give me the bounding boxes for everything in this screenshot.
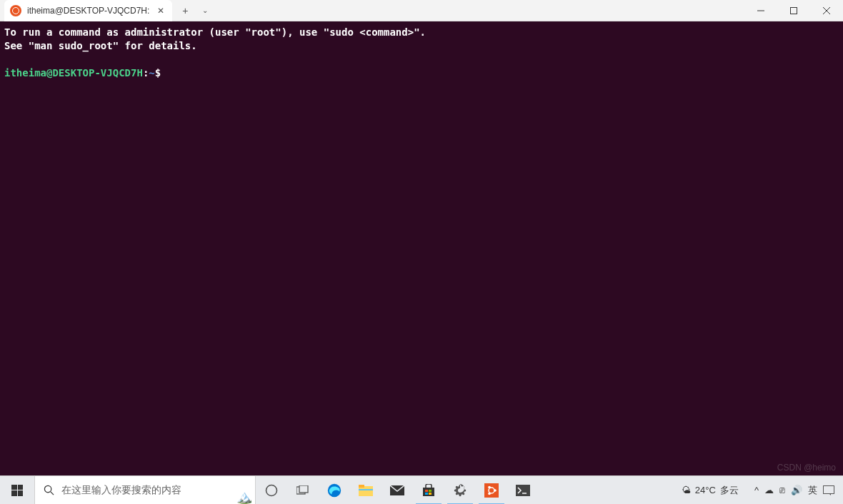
svg-rect-26 xyxy=(824,485,834,493)
ubuntu-app-icon[interactable] xyxy=(476,476,507,505)
system-tray: 🌤 24°C 多云 ^ ☁ ⎚ 🔊 英 xyxy=(674,476,843,505)
tab-terminal[interactable]: itheima@DESKTOP-VJQCD7H: ✕ xyxy=(4,0,172,21)
minimize-button[interactable] xyxy=(744,0,777,21)
svg-point-22 xyxy=(488,485,491,488)
prompt-path: ~ xyxy=(149,67,154,79)
svg-point-23 xyxy=(488,492,491,495)
svg-point-4 xyxy=(44,485,51,492)
ubuntu-icon xyxy=(10,5,21,16)
task-view-icon[interactable] xyxy=(287,476,319,505)
speaker-icon[interactable]: 🔊 xyxy=(791,485,802,495)
maximize-button[interactable] xyxy=(777,0,810,21)
window-controls xyxy=(744,0,843,21)
svg-rect-16 xyxy=(429,490,432,492)
svg-rect-24 xyxy=(516,485,530,496)
svg-rect-8 xyxy=(299,485,308,493)
ime-icon[interactable]: 英 xyxy=(808,484,817,497)
svg-rect-1 xyxy=(791,7,797,14)
store-icon[interactable] xyxy=(413,476,444,505)
svg-rect-10 xyxy=(359,486,373,496)
cortana-icon[interactable] xyxy=(256,476,287,505)
mail-icon[interactable] xyxy=(381,476,413,505)
prompt-dollar: $ xyxy=(155,67,161,79)
terminal-line: See "man sudo_root" for details. xyxy=(4,40,197,51)
close-window-button[interactable] xyxy=(810,0,843,21)
terminal-output[interactable]: To run a command as administrator (user … xyxy=(0,21,843,475)
tray-chevron-icon[interactable]: ^ xyxy=(754,485,759,495)
tab-title: itheima@DESKTOP-VJQCD7H: xyxy=(27,6,149,16)
svg-point-21 xyxy=(494,489,497,492)
taskbar-apps xyxy=(256,476,539,505)
display-icon[interactable]: ⎚ xyxy=(779,485,785,495)
svg-rect-18 xyxy=(429,493,432,495)
onedrive-icon[interactable]: ☁ xyxy=(764,485,774,495)
svg-rect-11 xyxy=(359,485,364,488)
settings-icon[interactable] xyxy=(444,476,476,505)
notifications-icon[interactable] xyxy=(823,485,834,495)
terminal-app-icon[interactable] xyxy=(507,476,539,505)
taskbar-search[interactable]: 在这里输入你要搜索的内容 🏔️ xyxy=(34,476,256,505)
weather-widget[interactable]: 🌤 24°C 多云 xyxy=(674,484,746,497)
new-tab-button[interactable]: + xyxy=(175,1,195,21)
explorer-icon[interactable] xyxy=(350,476,381,505)
weather-condition: 多云 xyxy=(720,484,739,497)
search-decoration-icon: 🏔️ xyxy=(236,489,252,505)
weather-icon: 🌤 xyxy=(682,485,691,495)
watermark: CSDN @heimo xyxy=(777,463,836,473)
tab-dropdown-button[interactable]: ⌄ xyxy=(195,1,215,21)
svg-line-5 xyxy=(51,492,54,495)
svg-rect-12 xyxy=(359,489,373,490)
close-tab-button[interactable]: ✕ xyxy=(155,5,166,16)
taskbar: 在这里输入你要搜索的内容 🏔️ 🌤 xyxy=(0,475,843,504)
search-placeholder: 在这里输入你要搜索的内容 xyxy=(61,484,181,497)
prompt-user: itheima@DESKTOP-VJQCD7H xyxy=(4,67,143,79)
windows-logo-icon xyxy=(11,485,23,496)
weather-temperature: 24°C xyxy=(695,485,716,495)
svg-rect-17 xyxy=(425,493,428,495)
svg-rect-19 xyxy=(484,483,499,498)
titlebar: itheima@DESKTOP-VJQCD7H: ✕ + ⌄ xyxy=(0,0,843,21)
terminal-line: To run a command as administrator (user … xyxy=(4,26,426,38)
svg-point-6 xyxy=(266,485,277,495)
edge-icon[interactable] xyxy=(319,476,350,505)
start-button[interactable] xyxy=(0,476,34,505)
search-icon xyxy=(44,485,54,495)
svg-rect-15 xyxy=(425,490,428,492)
